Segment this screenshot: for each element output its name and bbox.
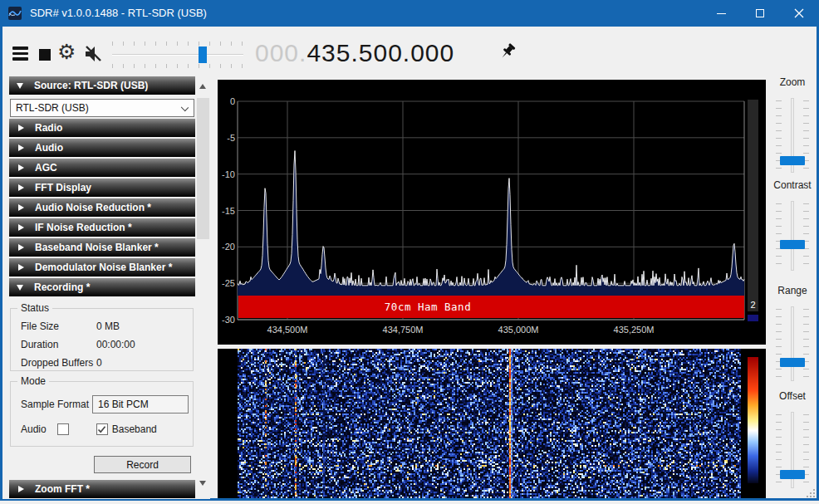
waterfall-canvas <box>218 349 766 498</box>
stop-button[interactable] <box>39 49 51 61</box>
baseband-checkbox[interactable] <box>96 423 108 435</box>
scroll-down-icon[interactable] <box>199 481 206 486</box>
close-icon <box>793 7 805 19</box>
sidebar-panel-zoom-fft[interactable]: Zoom FFT * <box>9 480 195 498</box>
group-label: Mode <box>17 375 49 387</box>
title-bar[interactable]: SDR# v1.0.0.1488 - RTL-SDR (USB) <box>0 0 819 27</box>
audio-checkbox[interactable] <box>57 423 69 435</box>
close-button[interactable] <box>779 0 818 27</box>
minimize-button[interactable] <box>702 0 741 27</box>
zoom-slider-thumb[interactable] <box>780 156 805 165</box>
volume-slider[interactable] <box>112 40 243 70</box>
snr-meter-track <box>748 100 758 311</box>
resize-grip[interactable] <box>807 489 815 497</box>
sample-format-label: Sample Format <box>21 399 92 410</box>
source-device-value: RTL-SDR (USB) <box>16 102 89 114</box>
contrast-slider-thumb[interactable] <box>780 240 805 249</box>
y-axis-tick-label: -20 <box>222 242 235 252</box>
contrast-slider[interactable] <box>774 201 811 271</box>
checkmark-icon <box>97 425 106 434</box>
offset-slider[interactable] <box>774 412 811 488</box>
waterfall-display[interactable] <box>218 349 766 498</box>
y-axis-tick-label: -15 <box>222 206 235 216</box>
expand-arrow-icon <box>18 184 24 191</box>
scroll-up-icon[interactable] <box>199 84 206 89</box>
sidebar-panel-source[interactable]: Source: RTL-SDR (USB) <box>9 76 195 95</box>
expand-arrow-icon <box>18 486 24 492</box>
panel-label: Source: RTL-SDR (USB) <box>34 80 148 91</box>
scrollbar-thumb[interactable] <box>197 98 209 239</box>
display-settings-panel: ZoomContrastRangeOffset <box>768 75 817 498</box>
slider-label: Range <box>768 285 817 298</box>
sample-format-dropdown[interactable]: 16 Bit PCM <box>92 395 189 413</box>
baseband-checkbox-label: Baseband <box>112 423 157 435</box>
range-slider-thumb[interactable] <box>780 358 805 367</box>
slider-ticks <box>803 309 809 379</box>
mute-button[interactable] <box>82 43 104 68</box>
slider-track <box>791 306 794 381</box>
spectrum-trace <box>238 151 744 286</box>
volume-slider-ticks-top <box>112 42 243 46</box>
y-axis-tick-label: 0 <box>230 96 235 106</box>
sidebar-scrollbar[interactable] <box>196 80 210 490</box>
spectrum-display[interactable]: 0-5-10-15-20-25-30434,500M434,750M435,00… <box>218 80 766 345</box>
slider-label: Offset <box>768 390 817 404</box>
recording-mode-group: Mode Sample Format 16 Bit PCM Audio Base… <box>10 381 194 447</box>
sidebar-panel-fft-display[interactable]: FFT Display <box>9 179 195 197</box>
sidebar-panel-demodulator-noise-blanker[interactable]: Demodulator Noise Blanker * <box>9 258 195 276</box>
spectrum-fill <box>238 151 744 296</box>
slider-track <box>791 201 794 271</box>
sidebar: Source: RTL-SDR (USB) RTL-SDR (USB) Radi… <box>2 75 210 499</box>
band-annotation <box>238 296 744 318</box>
chevron-down-icon <box>181 104 189 111</box>
sidebar-panel-agc[interactable]: AGC <box>9 159 195 177</box>
source-device-dropdown[interactable]: RTL-SDR (USB) <box>10 99 194 117</box>
mute-speaker-icon <box>82 43 104 65</box>
slider-group-zoom: Zoom <box>768 76 817 90</box>
frequency-display[interactable]: 000.435.500.000 <box>255 39 454 67</box>
slider-group-contrast: Contrast <box>768 179 817 193</box>
minimize-icon <box>717 13 726 14</box>
volume-slider-thumb[interactable] <box>199 46 207 63</box>
slider-ticks <box>803 203 809 268</box>
settings-gear-icon[interactable]: ⚙ <box>57 40 76 64</box>
audio-checkbox-label: Audio <box>21 423 47 435</box>
spectrum-plot: 0-5-10-15-20-25-30434,500M434,750M435,00… <box>218 80 766 345</box>
maximize-icon <box>756 9 764 17</box>
slider-label: Contrast <box>768 179 817 193</box>
sidebar-panel-if-noise-reduction[interactable]: IF Noise Reduction * <box>9 218 195 237</box>
zoom-slider[interactable] <box>774 98 811 173</box>
volume-slider-ticks-bottom <box>112 64 243 68</box>
sidebar-panel-recording[interactable]: Recording * <box>9 278 195 296</box>
volume-slider-track <box>112 54 243 56</box>
pushpin-icon <box>498 42 517 61</box>
collapse-arrow-icon <box>17 285 23 291</box>
expand-arrow-icon <box>18 204 24 211</box>
expand-arrow-icon <box>18 264 24 271</box>
window-title: SDR# v1.0.0.1488 - RTL-SDR (USB) <box>30 0 207 27</box>
y-axis-tick-label: -30 <box>222 315 235 325</box>
maximize-button[interactable] <box>740 0 779 27</box>
slider-label: Zoom <box>768 76 817 90</box>
expand-arrow-icon <box>18 244 24 251</box>
x-axis-tick-label: 434,750M <box>383 325 424 335</box>
record-button[interactable]: Record <box>94 456 191 473</box>
group-label: Status <box>17 302 52 314</box>
offset-slider-thumb[interactable] <box>780 470 805 479</box>
x-axis-tick-label: 434,500M <box>267 325 308 335</box>
expand-arrow-icon <box>18 164 24 171</box>
pin-frequency-button[interactable] <box>498 42 517 64</box>
collapse-arrow-icon <box>17 83 23 89</box>
x-axis-tick-label: 435,250M <box>614 325 655 335</box>
sdrsharp-window: SDR# v1.0.0.1488 - RTL-SDR (USB) ⚙ 000.4… <box>0 0 819 504</box>
menu-button[interactable] <box>12 46 28 63</box>
sidebar-panel-radio[interactable]: Radio <box>9 119 195 137</box>
recording-status-group: Status File Size0 MB Duration00:00:00 Dr… <box>10 308 194 371</box>
range-slider[interactable] <box>774 306 811 381</box>
y-axis-tick-label: -25 <box>222 278 235 288</box>
x-axis-tick-label: 435,000M <box>498 325 539 335</box>
sidebar-panel-baseband-noise-blanker[interactable]: Baseband Noise Blanker * <box>9 238 195 257</box>
frequency-dim-digits: 000. <box>255 39 307 66</box>
sidebar-panel-audio[interactable]: Audio <box>9 139 195 157</box>
sidebar-panel-audio-noise-reduction[interactable]: Audio Noise Reduction * <box>9 198 195 217</box>
